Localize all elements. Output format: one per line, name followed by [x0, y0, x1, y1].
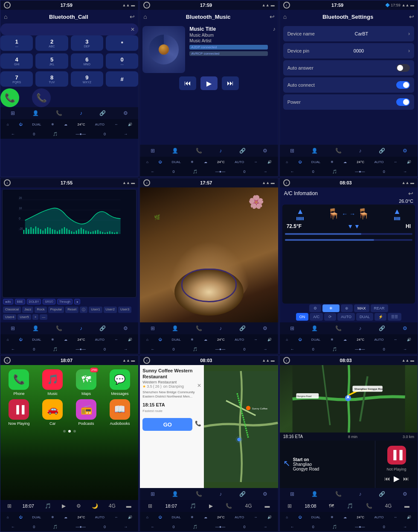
end-call-button[interactable]: 📞: [32, 88, 51, 107]
call-search-bar[interactable]: ✕: [0, 23, 138, 35]
nav-settings-4[interactable]: ⚙: [123, 325, 128, 331]
power-5[interactable]: ⏻: [158, 338, 162, 342]
nav-music-3[interactable]: ♪: [359, 148, 362, 154]
ac-on-btn[interactable]: ON: [296, 313, 309, 321]
next-icon[interactable]: →: [124, 132, 128, 136]
slider-6[interactable]: —●—: [355, 347, 365, 351]
nav-settings-icon[interactable]: ⚙: [123, 110, 128, 116]
nav-map-top[interactable]: Shangliao Gongye Road Hongma Road: [280, 365, 418, 433]
nav-call-4[interactable]: 📞: [56, 325, 62, 331]
eq-dolby[interactable]: DOLBY: [27, 299, 41, 304]
preset-user2[interactable]: User2: [104, 307, 117, 313]
prev-icon[interactable]: ←: [11, 132, 15, 136]
ac-dual-btn[interactable]: DUAL: [356, 313, 373, 321]
nav-grid-9[interactable]: ⊞: [290, 491, 294, 497]
preset-remove[interactable]: —: [40, 314, 47, 320]
dial-2[interactable]: 2ABC: [35, 35, 68, 51]
vol-9[interactable]: 🔊: [407, 515, 411, 519]
snow-4[interactable]: ❄: [51, 338, 54, 342]
next-track-button[interactable]: ⏭: [222, 76, 239, 90]
next-3[interactable]: →: [403, 170, 407, 174]
nav-link-6[interactable]: 🔗: [379, 325, 385, 331]
back-button-5[interactable]: ‹: [143, 179, 150, 186]
nav-link-5[interactable]: 🔗: [239, 325, 246, 331]
slider-8[interactable]: —●—: [215, 525, 225, 529]
ac-settings-btn[interactable]: ⚙: [309, 304, 321, 312]
fan-down-right[interactable]: ▼: [354, 223, 360, 230]
preset-rock[interactable]: Rock: [35, 307, 46, 313]
ac-fan-btn[interactable]: ❄: [322, 304, 340, 312]
arrow-2[interactable]: ↔: [254, 160, 258, 164]
ac-grid-btn[interactable]: ☰☰: [388, 313, 401, 321]
vol-4[interactable]: 🔊: [128, 338, 132, 342]
nav-contact-6[interactable]: 👤: [311, 325, 318, 331]
play-pause-button[interactable]: ▶: [200, 76, 218, 90]
cp-tiktok-icon[interactable]: ▶: [62, 503, 66, 509]
fan-4[interactable]: ☁: [64, 338, 67, 342]
device-pin-row[interactable]: Device pin 0000 ›: [283, 43, 414, 58]
nav-music-icon[interactable]: ♪: [80, 110, 82, 116]
preset-classical[interactable]: Classical: [3, 307, 21, 313]
dial-3[interactable]: 3DEF: [71, 35, 103, 51]
prev-8[interactable]: ←: [151, 525, 154, 529]
slider-icon[interactable]: —●—: [76, 132, 86, 136]
eq-bbe[interactable]: BBE: [15, 299, 25, 304]
nav-settings-9[interactable]: ⚙: [403, 491, 407, 497]
np-next-button[interactable]: ⏭: [403, 475, 409, 482]
nav-contact-2[interactable]: 👤: [172, 148, 178, 154]
nav-settings-3[interactable]: ⚙: [403, 148, 407, 154]
next-2[interactable]: →: [264, 170, 267, 174]
nav-link-9[interactable]: 🔗: [379, 491, 385, 497]
prev-6[interactable]: ←: [290, 347, 294, 351]
snow-5[interactable]: ❄: [191, 338, 194, 342]
cp-grid-icon[interactable]: ⊞: [7, 503, 12, 509]
preset-add[interactable]: +: [32, 314, 39, 320]
power-4[interactable]: ⏻: [19, 338, 22, 342]
nav-call-8[interactable]: 📞: [196, 491, 202, 497]
dot-1[interactable]: [63, 430, 66, 433]
slider-right[interactable]: [285, 239, 412, 241]
nav-link-icon[interactable]: 🔗: [99, 110, 106, 116]
auto-answer-toggle[interactable]: [396, 64, 410, 72]
snow-3[interactable]: ❄: [331, 160, 334, 164]
nav-contact-5[interactable]: 👤: [172, 325, 178, 331]
np-prev-button[interactable]: ⏮: [384, 475, 390, 482]
cp-phone-8[interactable]: 📞: [226, 503, 232, 509]
home-9[interactable]: ⌂: [286, 515, 288, 519]
next-9[interactable]: →: [403, 525, 407, 529]
preset-user3[interactable]: User3: [118, 307, 131, 313]
nav-contact-3[interactable]: 👤: [311, 148, 318, 154]
cp-settings-icon[interactable]: ⚙: [76, 503, 81, 509]
app-phone[interactable]: 📞 Phone: [4, 369, 34, 396]
bass-9[interactable]: 🎵: [332, 525, 337, 529]
bass-7[interactable]: 🎵: [53, 525, 58, 529]
app-now-playing[interactable]: ▐▐ Now Playing: [4, 399, 34, 426]
vol-5[interactable]: 🔊: [267, 338, 272, 342]
cp-music-8[interactable]: 🎵: [190, 503, 196, 509]
preset-info[interactable]: ⓘ: [80, 307, 87, 313]
app-messages[interactable]: 💬 Messages: [104, 369, 135, 396]
prev-7[interactable]: ←: [11, 525, 15, 529]
vol-3[interactable]: 🔊: [407, 160, 411, 164]
video-content[interactable]: 🌸 🌿: [140, 187, 278, 322]
app-car[interactable]: 🚗 Car: [38, 399, 68, 426]
auto-connect-toggle[interactable]: [396, 81, 410, 89]
fan-7[interactable]: ☁: [64, 515, 67, 519]
fan-9[interactable]: ☁: [343, 515, 347, 519]
bass-4[interactable]: 🎵: [53, 347, 58, 351]
dial-8[interactable]: 8TUV: [35, 71, 68, 87]
back-arrow-3[interactable]: ↩: [409, 13, 414, 20]
arrow-7[interactable]: ↔: [114, 515, 118, 519]
home-7[interactable]: ⌂: [7, 515, 9, 519]
nav-contact-4[interactable]: 👤: [32, 325, 39, 331]
bass-6[interactable]: 🎵: [332, 347, 337, 351]
preset-reset[interactable]: Reset: [65, 307, 78, 313]
nav-call-2[interactable]: 📞: [196, 148, 202, 154]
next-7[interactable]: →: [124, 525, 128, 529]
preset-user1[interactable]: User1: [89, 307, 102, 313]
ac-back-button[interactable]: ↩: [408, 190, 413, 197]
fan-down-left[interactable]: ▼: [347, 223, 353, 230]
nav-link-3[interactable]: 🔗: [379, 148, 385, 154]
power-8[interactable]: ⏻: [158, 515, 162, 519]
snow-7[interactable]: ❄: [51, 515, 54, 519]
